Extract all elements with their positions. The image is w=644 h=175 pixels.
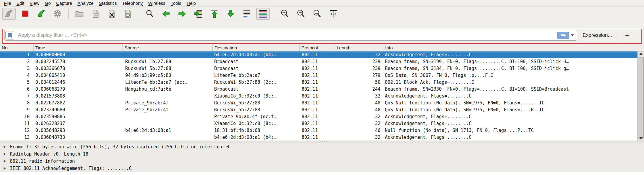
apply-filter-button[interactable]: [557, 32, 569, 39]
find-packet-button[interactable]: [143, 8, 156, 20]
column-header-protocol[interactable]: Protocol: [300, 44, 335, 51]
cell-len: 48: [335, 106, 383, 113]
menu-help[interactable]: Help: [184, 0, 199, 6]
column-header-no[interactable]: No.: [0, 44, 34, 51]
scrollbar-thumb[interactable]: [638, 57, 644, 139]
menu-analyze[interactable]: Analyze: [75, 0, 96, 6]
detail-row-4[interactable]: IEEE 802.11 Acknowledgement, Flags: ....…: [0, 165, 644, 172]
column-header-time[interactable]: Time: [34, 44, 123, 51]
gear-icon: [53, 9, 62, 18]
cell-source: LiteonTe_bb:2a:a7 (ac:…: [123, 79, 213, 86]
filter-bookmark-button[interactable]: [5, 31, 14, 39]
cell-dest: b4:e6:2d:d3:08:a1 (b4:…: [213, 134, 300, 141]
cell-dest: RuckusWi_5b:27:88: [213, 100, 300, 106]
display-filter-input[interactable]: [14, 32, 557, 38]
menu-statistics[interactable]: Statistics: [96, 0, 120, 6]
packet-row-2[interactable]: 20.002245578RuckusWi_1b:27:88Broadcast80…: [0, 58, 637, 65]
detail-row-1[interactable]: Frame 1: 32 bytes on wire (256 bits), 32…: [0, 143, 644, 150]
zoom-reset-button[interactable]: [311, 8, 324, 20]
go-to-first-packet-button[interactable]: [208, 8, 221, 20]
capture-options-button[interactable]: [51, 8, 64, 20]
stop-capture-button[interactable]: [19, 8, 32, 20]
menu-file[interactable]: File: [1, 0, 14, 6]
packet-row-6[interactable]: 60.006068279Hangzhou_cd:7a:6eBroadcast80…: [0, 86, 637, 93]
pane-splitter[interactable]: ······: [0, 141, 644, 142]
cell-source: Private_9b:ab:4f: [123, 100, 213, 106]
zoom-in-button[interactable]: [278, 8, 291, 20]
cell-info: Null function (No data), SN=1713, FN=0, …: [383, 127, 637, 134]
cell-len: 239: [335, 58, 383, 65]
cell-proto: 802.11: [300, 113, 335, 120]
menu-go[interactable]: Go: [42, 0, 53, 6]
cell-info: Beacon frame, SN=2330, FN=0, Flags=.....…: [383, 86, 637, 93]
go-to-packet-button[interactable]: [192, 8, 205, 20]
reload-file-button[interactable]: [121, 8, 134, 20]
add-filter-button[interactable]: +: [623, 32, 631, 38]
packet-row-7[interactable]: 70.021573808XiaomiCo_0c:32:c0 (8c:…802.1…: [0, 93, 637, 100]
close-file-button[interactable]: [105, 8, 118, 20]
packet-row-4[interactable]: 40.00400541094:d9:b3:99:c5:80LiteonTe_bb…: [0, 72, 637, 79]
vertical-scrollbar[interactable]: [637, 51, 644, 141]
cell-no: 4: [0, 72, 34, 79]
scroll-up-button[interactable]: [638, 51, 644, 56]
expand-arrow-icon[interactable]: [4, 160, 6, 163]
detail-row-3[interactable]: 802.11 radio information: [0, 158, 644, 165]
go-forward-button[interactable]: [176, 8, 189, 20]
menu-edit[interactable]: Edit: [14, 0, 27, 6]
menu-tools[interactable]: Tools: [168, 0, 184, 6]
detail-row-2[interactable]: Radiotap Header v0, Length 18: [0, 150, 644, 158]
expand-arrow-icon[interactable]: [4, 145, 6, 148]
arrow-left-icon: [161, 9, 170, 18]
shark-fin-icon: [4, 9, 13, 18]
packet-row-5[interactable]: 50.004012446LiteonTe_bb:2a:a7 (ac:…Rucku…: [0, 79, 637, 86]
colorize-packets-button[interactable]: [256, 8, 270, 20]
packet-row-10[interactable]: 100.023590885Private_9b:ab:4f (dc:f…802.…: [0, 113, 637, 120]
cell-time: 0.023249680: [34, 106, 123, 113]
start-capture-button[interactable]: [2, 8, 16, 20]
cell-time: 0.004012446: [34, 79, 123, 86]
save-file-button[interactable]: 01011010: [89, 8, 102, 20]
menu-view[interactable]: View: [27, 0, 42, 6]
cell-len: 32: [335, 93, 383, 100]
auto-scroll-button[interactable]: [240, 8, 253, 20]
cell-proto: 802.11: [300, 100, 335, 106]
cell-no: 12: [0, 127, 34, 134]
packet-row-12[interactable]: 120.035648293b4:e6:2d:d3:08:a118:31:bf:4…: [0, 127, 637, 134]
column-header-length[interactable]: Length: [335, 44, 383, 51]
go-to-last-packet-button[interactable]: [224, 8, 237, 20]
scroll-down-button[interactable]: [638, 136, 644, 141]
go-back-button[interactable]: [159, 8, 173, 20]
expression-button[interactable]: Expression...: [583, 32, 612, 38]
packet-row-11[interactable]: 110.026328237XiaomiCo_0c:32:c0 (8c:…802.…: [0, 120, 637, 127]
column-header-source[interactable]: Source: [123, 44, 213, 51]
filter-separator: [618, 32, 618, 39]
packet-row-8[interactable]: 80.022677882Private_9b:ab:4fRuckusWi_5b:…: [0, 100, 637, 106]
packet-rows: 10.000000000b4:e6:2d:d3:08:a1 (b4:…802.1…: [0, 51, 637, 141]
column-header-info[interactable]: Info: [383, 44, 644, 51]
packet-list-header: No.TimeSourceDestinationProtocolLengthIn…: [0, 44, 644, 51]
cell-no: 2: [0, 58, 34, 65]
column-header-destination[interactable]: Destination: [213, 44, 300, 51]
menu-wireless[interactable]: Wireless: [146, 0, 168, 6]
zoom-out-button[interactable]: [294, 8, 308, 20]
cell-len: 32: [335, 134, 383, 141]
cell-time: 0.021573808: [34, 93, 123, 100]
bookmark-icon: [8, 33, 12, 38]
cell-proto: 802.11: [300, 79, 335, 86]
expand-arrow-icon[interactable]: [4, 153, 6, 156]
chevron-down-icon[interactable]: [571, 34, 574, 36]
display-filter-box[interactable]: [4, 30, 577, 41]
scroll-lines-icon: [242, 9, 251, 18]
open-file-button[interactable]: [73, 8, 86, 20]
menu-capture[interactable]: Capture: [53, 0, 75, 6]
packet-row-9[interactable]: 90.023249680Private_9b:ab:4fRuckusWi_5b:…: [0, 106, 637, 113]
zoom-out-icon: [297, 9, 306, 18]
restart-capture-button[interactable]: [35, 8, 48, 20]
splitter-handle[interactable]: ······: [316, 139, 328, 143]
expand-arrow-icon[interactable]: [4, 167, 6, 170]
menu-telephony[interactable]: Telephony: [120, 0, 145, 6]
packet-row-3[interactable]: 30.003366678RuckusWi_5b:27:88Broadcast80…: [0, 65, 637, 72]
packet-row-1[interactable]: 10.000000000b4:e6:2d:d3:08:a1 (b4:…802.1…: [0, 51, 637, 58]
resize-columns-button[interactable]: [327, 8, 340, 20]
cell-info: Acknowledgement, Flags=........C: [383, 93, 637, 100]
